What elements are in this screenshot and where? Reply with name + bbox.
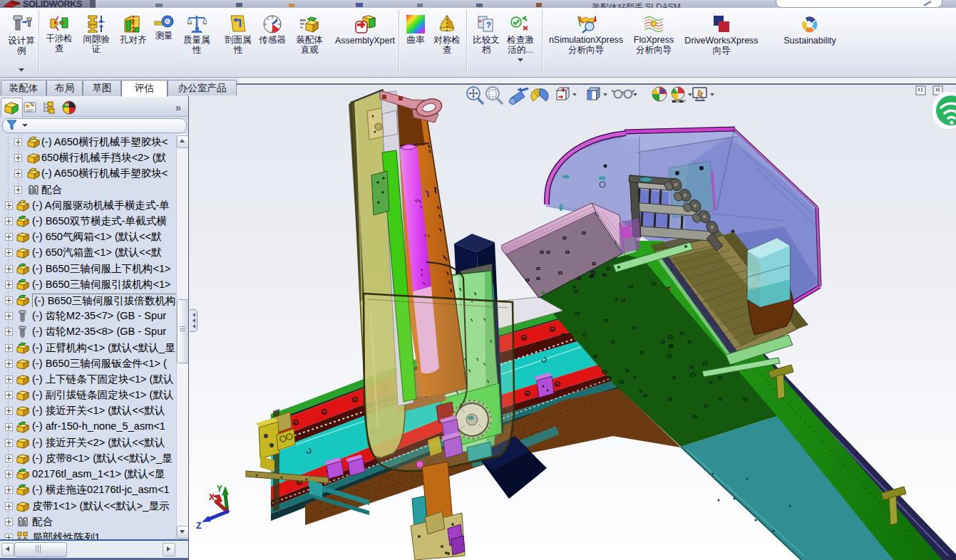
svg-text:SOLIDWORKS: SOLIDWORKS — [23, 0, 82, 8]
svg-text:X: X — [209, 492, 215, 503]
svg-text:=: = — [478, 18, 482, 25]
svg-text:Z: Z — [196, 521, 202, 532]
svg-text:»: » — [175, 101, 180, 113]
svg-text:Y: Y — [217, 484, 222, 494]
svg-text:?: ? — [486, 21, 491, 29]
